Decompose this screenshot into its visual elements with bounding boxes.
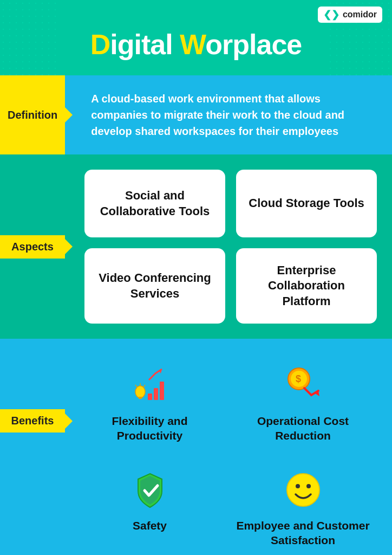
aspect-social: Social and Collaborative Tools	[84, 170, 225, 237]
svg-rect-2	[148, 393, 152, 400]
svg-rect-1	[139, 397, 142, 399]
cost-icon: $	[282, 364, 325, 407]
header: ❮❯ comidor Digital Worplace	[0, 0, 392, 75]
smile-icon	[282, 468, 325, 512]
aspect-video: Video Conferencing Services	[84, 248, 225, 324]
aspect-cloud: Cloud Storage Tools	[236, 170, 377, 237]
svg-point-12	[306, 484, 311, 488]
svg-point-10	[287, 474, 319, 506]
definition-text: A cloud-based work environment that allo…	[65, 75, 392, 154]
page-title: Digital Worplace	[11, 10, 381, 66]
title-igital: igital	[110, 29, 180, 60]
growth-icon	[128, 364, 172, 407]
aspects-grid: Social and Collaborative Tools Cloud Sto…	[65, 154, 392, 339]
definition-section: Definition A cloud-based work environmen…	[0, 75, 392, 154]
benefit-safety-label: Safety	[133, 518, 167, 533]
definition-label: Definition	[0, 75, 65, 154]
svg-rect-3	[154, 388, 158, 400]
benefits-label-col: Benefits	[0, 339, 65, 555]
safety-icon	[128, 468, 172, 512]
benefits-grid: Flexibility and Productivity $ Operation…	[65, 339, 392, 555]
title-d: D	[90, 29, 110, 60]
benefit-satisfaction-label: Employee and Customer Satisfaction	[234, 518, 371, 548]
title-w: W	[180, 29, 205, 60]
aspect-enterprise: Enterprise Collaboration Platform	[236, 248, 377, 324]
benefit-flexibility-label: Flexibility and Productivity	[81, 414, 218, 443]
title-orplace: orplace	[205, 29, 302, 60]
benefit-satisfaction: Employee and Customer Satisfaction	[229, 459, 377, 555]
svg-point-0	[135, 386, 145, 398]
svg-text:$: $	[296, 373, 301, 384]
benefits-label: Benefits	[0, 409, 65, 433]
benefits-section: Benefits	[0, 339, 392, 555]
benefit-cost-label: Operational Cost Reduction	[234, 414, 371, 443]
svg-rect-4	[160, 382, 164, 400]
aspects-label: Aspects	[0, 235, 65, 259]
benefit-safety: Safety	[76, 459, 224, 555]
benefit-cost: $ Operational Cost Reduction	[229, 354, 377, 453]
aspects-section: Aspects Social and Collaborative Tools C…	[0, 154, 392, 339]
svg-point-11	[296, 484, 300, 488]
aspects-label-col: Aspects	[0, 154, 65, 339]
benefit-flexibility: Flexibility and Productivity	[76, 354, 224, 453]
